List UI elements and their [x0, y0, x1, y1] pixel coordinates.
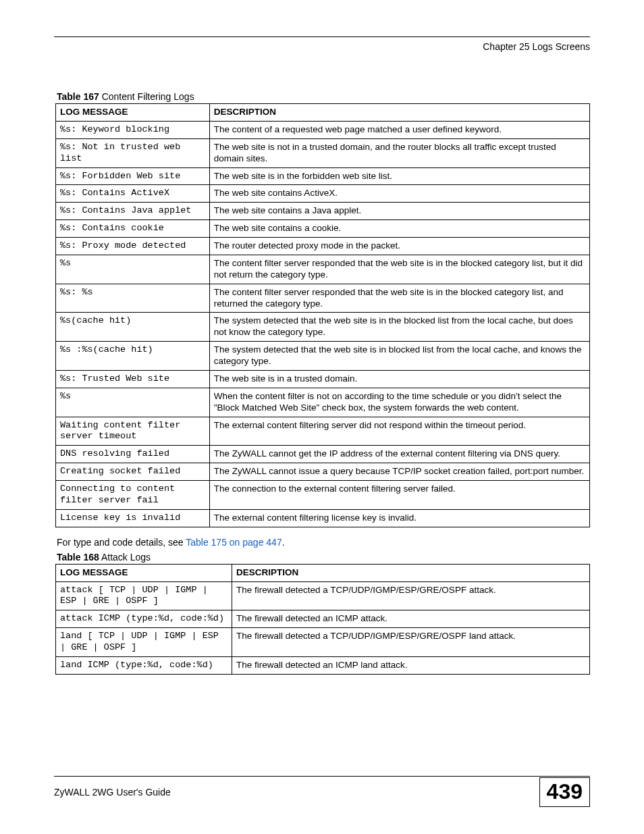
description-cell: The web site contains a cookie.	[209, 220, 589, 238]
table-168-caption: Table 168 Attack Logs	[55, 552, 590, 563]
table-167-caption-number: Table 167	[57, 91, 99, 102]
log-message-cell: %s(cache hit)	[56, 313, 210, 342]
page-container: Chapter 25 Logs Screens Table 167 Conten…	[0, 0, 644, 834]
table-167-caption-title: Content Filtering Logs	[99, 91, 194, 102]
table-row: %s :%s(cache hit)The system detected tha…	[56, 342, 590, 371]
log-message-cell: %s: Trusted Web site	[56, 370, 210, 388]
description-cell: The web site is in a trusted domain.	[209, 370, 589, 388]
note-text-after: .	[282, 537, 285, 548]
description-cell: The system detected that the web site is…	[209, 342, 589, 371]
table-row: attack ICMP (type:%d, code:%d)The firewa…	[56, 610, 590, 628]
description-cell: The content filter server responded that…	[209, 255, 589, 284]
page-number: 439	[539, 777, 590, 807]
content-area: Table 167 Content Filtering Logs LOG MES…	[55, 91, 590, 675]
note-text-before: For type and code details, see	[57, 537, 186, 548]
description-cell: The firewall detected an ICMP land attac…	[232, 656, 590, 674]
description-cell: The web site is not in a trusted domain,…	[209, 138, 589, 167]
log-message-cell: land ICMP (type:%d, code:%d)	[56, 656, 232, 674]
table-168-caption-title: Attack Logs	[99, 552, 151, 563]
description-cell: The connection to the external content f…	[209, 481, 589, 510]
description-cell: The ZyWALL cannot issue a query because …	[209, 463, 589, 481]
table-row: Waiting content filter server timeoutThe…	[56, 417, 590, 446]
table-168: LOG MESSAGE DESCRIPTION attack [ TCP | U…	[55, 564, 590, 675]
table-row: %s: Contains ActiveXThe web site contain…	[56, 185, 590, 203]
log-message-cell: %s: Proxy mode detected	[56, 238, 210, 255]
table-row: land [ TCP | UDP | IGMP | ESP | GRE | OS…	[56, 628, 590, 657]
table-row: attack [ TCP | UDP | IGMP | ESP | GRE | …	[56, 581, 590, 610]
log-message-cell: License key is invalid	[56, 509, 210, 527]
col-log-message: LOG MESSAGE	[56, 104, 210, 122]
table-row: %s: Trusted Web siteThe web site is in a…	[56, 370, 590, 388]
table-row: %s: Not in trusted web listThe web site …	[56, 138, 590, 167]
table-row: Connecting to content filter server fail…	[56, 481, 590, 510]
log-message-cell: %s :%s(cache hit)	[56, 342, 210, 371]
description-cell: The content filter server responded that…	[209, 284, 589, 313]
description-cell: The ZyWALL cannot get the IP address of …	[209, 446, 589, 463]
description-cell: The web site contains ActiveX.	[209, 185, 589, 203]
table-row: %s: Contains Java appletThe web site con…	[56, 203, 590, 220]
table-row: Creating socket failedThe ZyWALL cannot …	[56, 463, 590, 481]
table-row: %sThe content filter server responded th…	[56, 255, 590, 284]
page-footer: ZyWALL 2WG User's Guide 439	[54, 776, 590, 807]
log-message-cell: %s	[56, 255, 210, 284]
table-row: %s: Keyword blockingThe content of a req…	[56, 121, 590, 138]
log-message-cell: attack ICMP (type:%d, code:%d)	[56, 610, 232, 628]
log-message-cell: Waiting content filter server timeout	[56, 417, 210, 446]
col-description: DESCRIPTION	[209, 104, 589, 122]
description-cell: The external content filtering license k…	[209, 509, 589, 527]
table-row: License key is invalidThe external conte…	[56, 509, 590, 527]
table-167-caption: Table 167 Content Filtering Logs	[55, 91, 590, 102]
log-message-cell: Connecting to content filter server fail	[56, 481, 210, 510]
col-description: DESCRIPTION	[232, 564, 590, 581]
table-row: %s: Forbidden Web siteThe web site is in…	[56, 167, 590, 185]
log-message-cell: attack [ TCP | UDP | IGMP | ESP | GRE | …	[56, 581, 232, 610]
log-message-cell: %s: Forbidden Web site	[56, 167, 210, 185]
footer-rule	[54, 776, 590, 777]
description-cell: The system detected that the web site is…	[209, 313, 589, 342]
footer-guide-title: ZyWALL 2WG User's Guide	[54, 787, 171, 798]
description-cell: When the content filter is not on accord…	[209, 388, 589, 417]
table-header-row: LOG MESSAGE DESCRIPTION	[56, 104, 590, 122]
col-log-message: LOG MESSAGE	[56, 564, 232, 581]
table-row: land ICMP (type:%d, code:%d)The firewall…	[56, 656, 590, 674]
log-message-cell: %s: Keyword blocking	[56, 121, 210, 138]
log-message-cell: %s: Contains ActiveX	[56, 185, 210, 203]
chapter-header: Chapter 25 Logs Screens	[54, 41, 590, 52]
table-row: %s(cache hit)The system detected that th…	[56, 313, 590, 342]
log-message-cell: %s: Contains cookie	[56, 220, 210, 238]
log-message-cell: %s: %s	[56, 284, 210, 313]
description-cell: The firewall detected a TCP/UDP/IGMP/ESP…	[232, 628, 590, 657]
table-row: %sWhen the content filter is not on acco…	[56, 388, 590, 417]
table-row: %s: %sThe content filter server responde…	[56, 284, 590, 313]
table-row: %s: Proxy mode detectedThe router detect…	[56, 238, 590, 255]
log-message-cell: %s	[56, 388, 210, 417]
description-cell: The router detected proxy mode in the pa…	[209, 238, 589, 255]
log-message-cell: %s: Contains Java applet	[56, 203, 210, 220]
table-168-caption-number: Table 168	[57, 552, 99, 563]
description-cell: The firewall detected a TCP/UDP/IGMP/ESP…	[232, 581, 590, 610]
cross-reference-link[interactable]: Table 175 on page 447	[186, 537, 281, 548]
log-message-cell: DNS resolving failed	[56, 446, 210, 463]
cross-reference-note: For type and code details, see Table 175…	[57, 537, 590, 548]
table-167: LOG MESSAGE DESCRIPTION %s: Keyword bloc…	[55, 103, 590, 527]
description-cell: The web site is in the forbidden web sit…	[209, 167, 589, 185]
log-message-cell: land [ TCP | UDP | IGMP | ESP | GRE | OS…	[56, 628, 232, 657]
log-message-cell: %s: Not in trusted web list	[56, 138, 210, 167]
table-row: %s: Contains cookieThe web site contains…	[56, 220, 590, 238]
log-message-cell: Creating socket failed	[56, 463, 210, 481]
table-header-row: LOG MESSAGE DESCRIPTION	[56, 564, 590, 581]
description-cell: The firewall detected an ICMP attack.	[232, 610, 590, 628]
table-row: DNS resolving failedThe ZyWALL cannot ge…	[56, 446, 590, 463]
description-cell: The content of a requested web page matc…	[209, 121, 589, 138]
description-cell: The external content filtering server di…	[209, 417, 589, 446]
description-cell: The web site contains a Java applet.	[209, 203, 589, 220]
header-rule	[54, 36, 590, 37]
